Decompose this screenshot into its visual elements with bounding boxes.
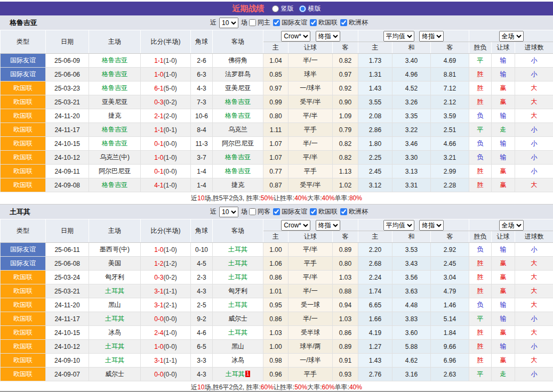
match-date: 25-06-06 (46, 68, 89, 81)
handicap-away-odds: 0.91 (333, 354, 358, 368)
away-team: 格鲁吉亚 (213, 109, 263, 123)
same-venue-label[interactable]: 同客 (258, 207, 270, 216)
avg-source-select[interactable]: 平均值 (383, 220, 414, 231)
odds-final-select[interactable]: 终指 (316, 220, 340, 231)
nations-league-checkbox[interactable] (310, 208, 317, 215)
match-score: 1-0(1-0) (141, 151, 191, 165)
vertical-layout-label[interactable]: 竖版 (281, 4, 294, 13)
friendly-checkbox[interactable] (273, 208, 280, 215)
odds-source-select[interactable]: Crow* (281, 220, 310, 231)
avg-away-odds: 4.69 (431, 54, 469, 68)
away-team-name: 土耳其 (228, 246, 247, 253)
vertical-layout-radio[interactable] (272, 5, 279, 12)
layout-option-vertical[interactable]: 竖版 (272, 4, 294, 13)
handicap-line: 受平/半 (288, 95, 333, 109)
summary-segment: 场,胜6平2负2, 胜率: (204, 383, 260, 392)
results-table-georgia: 类型 日期 主场 比分(半场) 角球 客场 Crow* 终指 平均值 终指 全场 (0, 30, 553, 192)
match-score: 0-3(0-2) (141, 271, 191, 284)
nations-league-label[interactable]: 欧国联 (318, 207, 338, 216)
scope-select[interactable]: 全场 (499, 220, 524, 231)
nations-league-label[interactable]: 欧国联 (318, 18, 338, 27)
result-handicap: 走 (492, 123, 515, 137)
result-outcome: 胜 (469, 326, 492, 340)
match-score: 3-1(2-1) (141, 298, 191, 312)
section-header-turkey: 土耳其 近 10 场 同客 国际友谊 欧国联 欧洲杯 (0, 205, 553, 219)
table-row: 国际友谊 25-06-06 格鲁吉亚 1-0(1-0) 6-3 法罗群岛 0.8… (1, 68, 553, 81)
avg-final-select[interactable]: 终指 (419, 220, 444, 231)
result-handicap: 输 (492, 68, 515, 81)
col-date: 日期 (46, 30, 89, 54)
result-handicap: 赢 (492, 326, 515, 340)
match-date: 25-03-24 (46, 271, 89, 284)
same-venue-checkbox[interactable] (249, 208, 256, 215)
avg-home-odds: 2.08 (358, 109, 392, 123)
home-team: 土耳其 (89, 354, 141, 368)
result-outcome: 平 (469, 123, 492, 137)
handicap-away-odds: 0.80 (333, 257, 358, 271)
handicap-away-odds: 0.79 (333, 123, 358, 137)
nations-league-checkbox[interactable] (310, 19, 317, 26)
result-handicap: 赢 (492, 81, 515, 95)
horizontal-layout-radio[interactable] (299, 5, 306, 12)
away-team-name: 佛得角 (228, 56, 247, 64)
avg-home-odds: 6.65 (358, 298, 392, 312)
same-venue-label[interactable]: 同主 (258, 18, 270, 27)
friendly-checkbox[interactable] (273, 19, 280, 26)
away-team-name: 格鲁吉亚 (225, 153, 251, 161)
table-row: 欧国联 24-10-15 格鲁吉亚 0-1(0-0) 11-3 阿尔巴尼亚 1.… (1, 137, 553, 151)
summary-segment: 大率: (307, 383, 322, 392)
match-score: 1-0(0-0) (141, 340, 191, 354)
summary-text-turkey: 近10场,胜6平2负2, 胜率:60% 让胜率:50% 大率:60% 单率:40… (0, 381, 553, 392)
match-table-body: 国际友谊 25-06-11 墨西哥(中) 1-0(1-0) 0-10 土耳其 1… (1, 243, 553, 381)
handicap-home-odds: 1.07 (263, 151, 288, 165)
avg-home-odds: 1.73 (358, 54, 392, 68)
avg-home-odds: 1.66 (358, 312, 392, 326)
avg-source-select[interactable]: 平均值 (383, 31, 414, 42)
handicap-line: 平手 (288, 123, 333, 137)
euro-label[interactable]: 欧洲杯 (349, 18, 368, 27)
match-date: 25-06-11 (46, 243, 89, 257)
handicap-home-odds: 0.80 (263, 109, 288, 123)
horizontal-layout-label[interactable]: 横版 (308, 4, 321, 13)
odds-final-select[interactable]: 终指 (316, 31, 340, 42)
away-team: 土耳其 (213, 257, 263, 271)
handicap-line: 平/半 (288, 243, 333, 257)
layout-option-horizontal[interactable]: 横版 (299, 4, 321, 13)
avg-final-select[interactable]: 终指 (419, 31, 444, 42)
scope-select[interactable]: 全场 (499, 31, 524, 42)
match-count-select[interactable]: 10 (219, 18, 238, 28)
away-team-name: 黑山 (231, 342, 244, 350)
col-outcome: 胜负 (469, 231, 492, 243)
summary-segment: 10 (197, 194, 204, 202)
avg-draw-odds: 5.88 (392, 340, 431, 354)
euro-checkbox[interactable] (340, 208, 347, 215)
corner-score: 10-6 (191, 109, 213, 123)
match-count-select[interactable]: 10 (219, 207, 238, 217)
result-outcome: 胜 (469, 81, 492, 95)
match-score: 2-1(2-0) (141, 109, 191, 123)
friendly-label[interactable]: 国际友谊 (282, 18, 307, 27)
same-venue-checkbox[interactable] (249, 19, 256, 26)
handicap-away-odds: 0.90 (333, 95, 358, 109)
match-date: 24-09-08 (46, 178, 89, 192)
avg-home-odds: 3.12 (358, 178, 392, 192)
home-team: 格鲁吉亚 (89, 137, 141, 151)
corner-score: 6-5 (191, 340, 213, 354)
fulltime-score: 4-1 (154, 182, 163, 189)
handicap-home-odds: 1.06 (263, 257, 288, 271)
col-handicap-home: 主 (263, 231, 288, 243)
corner-score: 3-7 (191, 151, 213, 165)
euro-label[interactable]: 欧洲杯 (349, 207, 368, 216)
handicap-line: 半/一 (288, 54, 333, 68)
col-handicap-line: 让球 (288, 42, 333, 54)
summary-segment: 近 (191, 383, 197, 392)
avg-away-odds: 2.12 (431, 95, 469, 109)
result-handicap: 走 (492, 368, 515, 381)
summary-segment: 10 (197, 383, 204, 391)
results-table-turkey: 类型 日期 主场 比分(半场) 角球 客场 Crow* 终指 平均值 终指 全场 (0, 219, 553, 381)
euro-checkbox[interactable] (340, 19, 347, 26)
odds-source-select[interactable]: Crow* (281, 31, 310, 42)
handicap-home-odds: 1.07 (263, 137, 288, 151)
result-goals: 小 (515, 68, 553, 81)
friendly-label[interactable]: 国际友谊 (282, 207, 307, 216)
